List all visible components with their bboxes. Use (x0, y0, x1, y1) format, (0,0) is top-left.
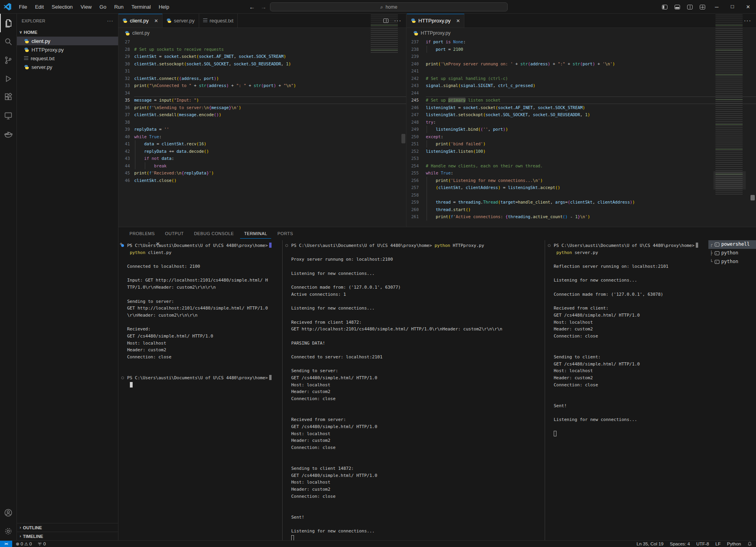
status-spaces[interactable]: Spaces: 4 (670, 541, 690, 546)
terminal-line: Active connections: 1 (291, 291, 545, 298)
line-number: 248 (407, 119, 426, 126)
code-editor-client-py[interactable]: 2728# Set up sockets to receive requests… (118, 38, 406, 227)
menu-terminal[interactable]: Terminal (128, 3, 154, 11)
maximize-icon[interactable]: ☐ (725, 0, 740, 14)
activity-explorer-icon[interactable] (0, 14, 17, 32)
terminal-line (554, 423, 708, 430)
settings-gear-icon[interactable] (0, 522, 17, 540)
terminal-line (291, 277, 545, 284)
line-number: 31 (118, 67, 134, 75)
code-line: 257 (clientSkt, clientAddress) = listeni… (407, 184, 756, 191)
tab-label: client.py (130, 18, 149, 24)
activity-source-control-icon[interactable] (0, 51, 17, 69)
terminal-pane-proxy[interactable]: PS C:\Users\austi\Documents\U of U\CS 44… (282, 240, 545, 540)
activity-run-debug-icon[interactable] (0, 69, 17, 88)
code-line: 36print(f'\nSending to server:\n{message… (118, 104, 406, 111)
command-center-search[interactable]: ⌕ home (270, 2, 508, 11)
minimap-viewport[interactable] (713, 171, 746, 189)
python-file-icon (413, 31, 418, 36)
explorer-section-home[interactable]: ∨ HOME (17, 28, 118, 37)
activity-docker-icon[interactable] (0, 125, 17, 143)
menu-run[interactable]: Run (111, 3, 127, 11)
terminal-line: PS C:\Users\austi\Documents\U of U\CS 44… (127, 375, 282, 382)
terminal-line (554, 340, 708, 347)
terminal-pane-client[interactable]: PS C:\Users\austi\Documents\U of U\CS 44… (118, 240, 282, 540)
tab-HTTPproxy.py[interactable]: HTTPproxy.py✕ (407, 14, 464, 28)
toggle-panel-icon[interactable] (675, 5, 680, 9)
close-tab-icon[interactable]: ✕ (456, 18, 460, 24)
line-number: 238 (407, 46, 426, 53)
close-tab-icon[interactable]: ✕ (154, 18, 158, 24)
terminal-line (291, 507, 545, 514)
panel-tab-output[interactable]: OUTPUT (161, 229, 188, 239)
scrollbar-handle[interactable] (750, 195, 755, 200)
terminal-line: Listening for new connections... (291, 305, 545, 312)
status-python[interactable]: Python (727, 541, 741, 546)
terminal-line (291, 333, 545, 340)
indent-guide-icon (427, 184, 427, 191)
terminal-line: Sent! (291, 514, 545, 521)
file-item-client.py[interactable]: client.py (17, 37, 118, 45)
file-item-server.py[interactable]: server.py (17, 63, 118, 71)
minimap[interactable] (713, 14, 746, 195)
outline-section[interactable]: › OUTLINE (17, 523, 118, 532)
activity-remote-explorer-icon[interactable] (0, 106, 17, 125)
minimap[interactable] (369, 14, 401, 54)
activity-search-icon[interactable] (0, 32, 17, 51)
close-icon[interactable]: ✕ (740, 0, 756, 14)
status-ln[interactable]: Ln 35, Col 19 (637, 541, 664, 546)
menu-file[interactable]: File (15, 3, 31, 11)
explorer-title: EXPLORER (22, 19, 45, 23)
breadcrumb[interactable]: HTTPproxy.py (407, 28, 756, 38)
terminal-line (291, 312, 545, 319)
code-line: 27 (118, 38, 406, 46)
toggle-sidebar-icon[interactable] (662, 5, 667, 9)
terminal-list-item-python[interactable]: └python (708, 258, 756, 266)
terminal-pane-server[interactable]: PS C:\Users\austi\Documents\U of U\CS 44… (545, 240, 708, 540)
panel-tab-terminal[interactable]: TERMINAL (240, 229, 271, 239)
terminal-list-item-python[interactable]: ├python (708, 249, 756, 258)
toggle-secondary-sidebar-icon[interactable] (687, 5, 693, 9)
code-editor-httpproxy-py[interactable]: 237if port is None:238 port = 2100239240… (407, 38, 756, 227)
menu-go[interactable]: Go (96, 3, 110, 11)
terminal-line: GET /cs4480/simple.html/ HTTP/1.0 (554, 312, 708, 319)
code-line: 40while True: (118, 133, 406, 141)
indent-guide-icon (427, 191, 427, 199)
menu-selection[interactable]: Selection (48, 3, 76, 11)
code-line: 32clientSkt.connect((address, port)) (118, 75, 406, 82)
tab-client.py[interactable]: client.py✕ (118, 14, 163, 28)
terminal-line (127, 361, 282, 368)
bell-icon[interactable] (747, 541, 752, 546)
nav-forward-icon[interactable]: → (261, 4, 266, 10)
problems-status[interactable]: ⊗ 0 ⚠ 0 (16, 541, 32, 547)
scrollbar-thumb[interactable] (401, 134, 405, 143)
explorer-more-actions-icon[interactable]: ··· (107, 18, 113, 24)
tab-request.txt[interactable]: request.txt (199, 14, 238, 28)
file-item-request.txt[interactable]: request.txt (17, 54, 118, 63)
status-lf[interactable]: LF (715, 541, 721, 546)
timeline-section[interactable]: › TIMELINE (17, 532, 118, 540)
tab-server.py[interactable]: server.py (163, 14, 199, 28)
terminal-list-item-powershell[interactable]: ┌powershell (708, 240, 756, 249)
breadcrumb[interactable]: client.py (118, 28, 406, 38)
menu-help[interactable]: Help (155, 3, 173, 11)
activity-extensions-icon[interactable] (0, 88, 17, 106)
menu-view[interactable]: View (77, 3, 95, 11)
code-line: 246listeningSkt = socket.socket(socket.A… (407, 104, 756, 111)
ports-status[interactable]: 0 (37, 541, 46, 546)
status-utf-8[interactable]: UTF-8 (696, 541, 709, 546)
customize-layout-icon[interactable] (700, 5, 705, 9)
panel-tab-debug-console[interactable]: DEBUG CONSOLE (190, 229, 238, 239)
nav-back-icon[interactable]: ← (249, 4, 255, 10)
panel-tab-problems[interactable]: PROBLEMS (126, 229, 159, 239)
panel-tab-ports[interactable]: PORTS (274, 229, 297, 239)
file-item-HTTPproxy.py[interactable]: HTTPproxy.py (17, 45, 118, 54)
error-icon: ⊗ (16, 541, 19, 547)
minimize-icon[interactable]: ─ (709, 0, 725, 14)
remote-indicator[interactable]: >< (0, 541, 12, 547)
code-line: 254# Handle new clients, each on their o… (407, 162, 756, 170)
menu-edit[interactable]: Edit (31, 3, 47, 11)
accounts-icon[interactable] (0, 503, 17, 522)
terminal-line: Host: localhost (127, 340, 282, 347)
explorer-sidebar: EXPLORER ··· ∨ HOME client.pyHTTPproxy.p… (17, 14, 118, 540)
